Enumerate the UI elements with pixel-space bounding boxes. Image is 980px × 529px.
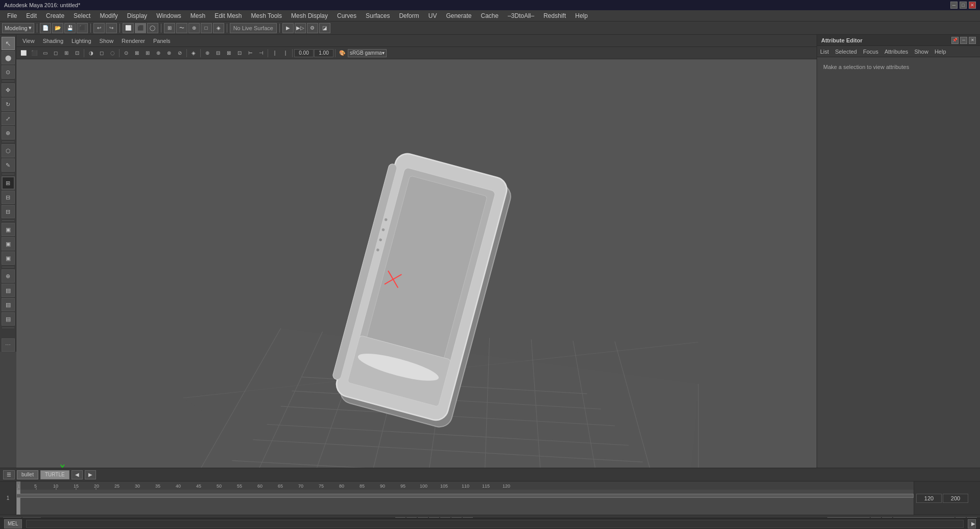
vp-grid-toggle[interactable]: ⊞ <box>61 49 71 58</box>
maximize-button[interactable]: □ <box>960 2 967 9</box>
gamma-input[interactable] <box>314 49 333 57</box>
render-layer-3[interactable]: ▣ <box>2 251 15 265</box>
menu-edit[interactable]: Edit <box>22 11 41 20</box>
vp-transform-3[interactable]: ⊠ <box>224 49 234 58</box>
universal-manip-tool[interactable]: ⊕ <box>2 126 15 140</box>
soft-select-tool[interactable]: ⬡ <box>2 144 15 157</box>
snap-grid-button[interactable]: ⊞ <box>164 23 175 33</box>
quick-layout-3[interactable]: ▤ <box>2 312 15 326</box>
vp-film-gate[interactable]: ▭ <box>40 49 50 58</box>
ipr-render-button[interactable]: ▶▷ <box>295 23 306 33</box>
new-file-button[interactable]: 📄 <box>40 23 51 33</box>
menu-uv[interactable]: UV <box>424 11 441 20</box>
vp-menu-renderer[interactable]: Renderer <box>118 37 148 45</box>
minimize-button[interactable]: ─ <box>950 2 958 9</box>
script-editor-mode-btn[interactable]: MEL <box>4 519 22 528</box>
lasso-select-button[interactable]: ◯ <box>147 23 158 33</box>
paint-select-tool[interactable]: ⬤ <box>2 51 15 64</box>
lasso-tool[interactable]: ⊙ <box>2 65 15 79</box>
quick-layout-2[interactable]: ▤ <box>2 298 15 311</box>
menu-curves[interactable]: Curves <box>333 11 361 20</box>
save-button[interactable]: 💾 <box>64 23 76 33</box>
vp-component-2[interactable]: ⊠ <box>132 49 142 58</box>
menu-generate[interactable]: Generate <box>442 11 475 20</box>
open-button[interactable]: 📂 <box>52 23 63 33</box>
extra-tool[interactable]: ⊕ <box>2 269 15 283</box>
select-by-hierarchy-button[interactable]: ⬜ <box>123 23 134 33</box>
move-tool[interactable]: ✥ <box>2 83 15 97</box>
prev-anim-layer[interactable]: ◀ <box>71 470 83 479</box>
vp-menu-shading[interactable]: Shading <box>40 37 66 45</box>
scale-tool[interactable]: ⤢ <box>2 112 15 125</box>
display-layer-btn-2[interactable]: ⊟ <box>2 205 15 218</box>
anim-layer-toggle[interactable]: ☰ <box>3 470 15 479</box>
timeline-scrub[interactable] <box>16 490 914 515</box>
vp-component-3[interactable]: ⊞ <box>142 49 153 58</box>
vp-component-4[interactable]: ⊕ <box>153 49 163 58</box>
select-mode-button[interactable]: ⬛ <box>135 23 146 33</box>
vp-component-6[interactable]: ⊘ <box>175 49 185 58</box>
save-scene-button[interactable]: ⬛ <box>77 23 88 33</box>
menu-create[interactable]: Create <box>42 11 68 20</box>
menu-cache[interactable]: Cache <box>476 11 503 20</box>
menu-surfaces[interactable]: Surfaces <box>362 11 394 20</box>
frame-end-input-2[interactable] <box>943 494 968 503</box>
redo-button[interactable]: ↪ <box>106 23 117 33</box>
vp-transform-2[interactable]: ⊟ <box>213 49 223 58</box>
color-icon[interactable]: 🎨 <box>337 49 347 58</box>
bullet-tab[interactable]: bullet <box>17 470 38 479</box>
menu-mesh-display[interactable]: Mesh Display <box>287 11 332 20</box>
quick-layout-1[interactable]: ▤ <box>2 284 15 297</box>
paint-tool[interactable]: ✎ <box>2 158 15 172</box>
menu-select[interactable]: Select <box>69 11 94 20</box>
ae-pin-button[interactable]: 📌 <box>951 37 959 44</box>
menu-redshift[interactable]: Redshift <box>539 11 570 20</box>
viewport-canvas[interactable]: X Y Z persp <box>16 59 817 529</box>
menu-windows[interactable]: Windows <box>152 11 185 20</box>
render-layer-2[interactable]: ▣ <box>2 237 15 250</box>
vp-menu-show[interactable]: Show <box>97 37 117 45</box>
vp-transform-6[interactable]: ⊣ <box>256 49 266 58</box>
vp-transform-4[interactable]: ⊡ <box>234 49 245 58</box>
menu-mesh-tools[interactable]: Mesh Tools <box>247 11 286 20</box>
vp-snap-2[interactable]: | <box>280 49 291 58</box>
ae-tab-help[interactable]: Help <box>935 48 946 56</box>
ae-tab-focus[interactable]: Focus <box>863 48 878 56</box>
vp-xray-mode[interactable]: ◌ <box>107 49 117 58</box>
snap-point-button[interactable]: ⊕ <box>188 23 200 33</box>
select-tool[interactable]: ↖ <box>2 37 15 50</box>
menu-file[interactable]: File <box>3 11 21 20</box>
ae-tab-attributes[interactable]: Attributes <box>885 48 908 56</box>
menu-display[interactable]: Display <box>123 11 151 20</box>
frame-end-input-1[interactable] <box>916 494 942 503</box>
menu-edit-mesh[interactable]: Edit Mesh <box>210 11 246 20</box>
render-settings-button[interactable]: ⚙ <box>307 23 318 33</box>
snap-view-button[interactable]: □ <box>201 23 212 33</box>
turtle-tab[interactable]: TURTLE <box>40 470 69 479</box>
colorspace-selector[interactable]: sRGB gamma ▾ <box>348 49 387 57</box>
display-layer-btn-1[interactable]: ⊟ <box>2 191 15 204</box>
vp-menu-lighting[interactable]: Lighting <box>68 37 94 45</box>
workspace-dropdown[interactable]: Modeling ▾ <box>2 23 34 33</box>
snap-curve-button[interactable]: 〜 <box>176 23 187 33</box>
undo-button[interactable]: ↩ <box>93 23 105 33</box>
vp-transform-1[interactable]: ⊕ <box>202 49 212 58</box>
vp-camera-select[interactable]: ⬜ <box>18 49 29 58</box>
ae-tab-selected[interactable]: Selected <box>835 48 857 56</box>
vp-menu-view[interactable]: View <box>19 37 38 45</box>
ae-tab-list[interactable]: List <box>820 48 829 56</box>
close-button[interactable]: ✕ <box>969 2 976 9</box>
menu-3dtoall[interactable]: –3DtoAll– <box>504 11 538 20</box>
ae-tab-show[interactable]: Show <box>914 48 928 56</box>
vp-component-5[interactable]: ⊗ <box>164 49 174 58</box>
rotate-tool[interactable]: ↻ <box>2 98 15 111</box>
ae-minimize-button[interactable]: ─ <box>960 37 967 44</box>
hypershade-button[interactable]: ◪ <box>319 23 330 33</box>
timeline-ruler[interactable]: 1 5 10 15 20 25 30 35 40 45 50 55 <box>16 481 914 490</box>
script-output-btn[interactable]: ▶ <box>968 519 976 528</box>
menu-mesh[interactable]: Mesh <box>186 11 209 20</box>
ae-close-button[interactable]: ✕ <box>969 37 976 44</box>
menu-help[interactable]: Help <box>571 11 592 20</box>
vp-wireframe-mode[interactable]: ◻ <box>97 49 107 58</box>
vp-isolate[interactable]: ◈ <box>188 49 199 58</box>
